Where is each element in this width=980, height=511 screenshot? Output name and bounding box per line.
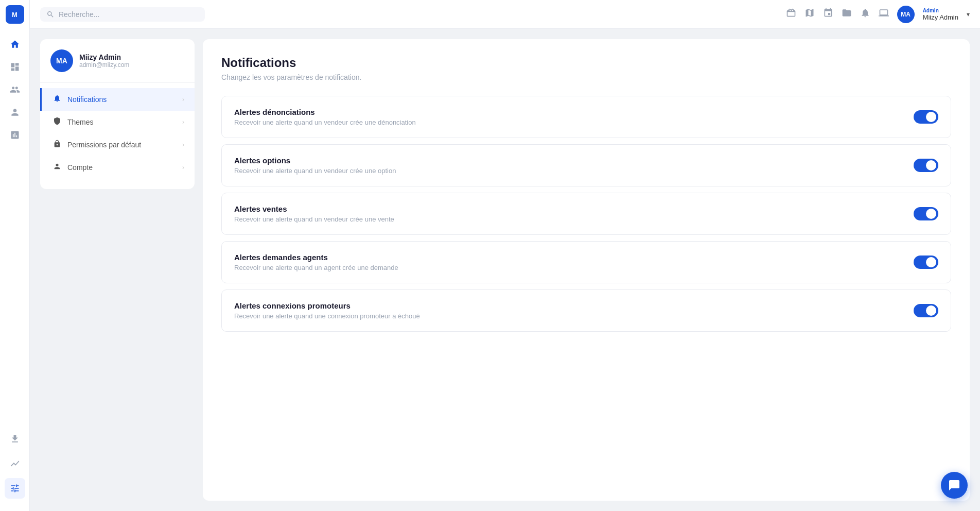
nav-item-notifications[interactable]: Notifications ›: [40, 88, 195, 111]
nav-themes-label: Themes: [67, 118, 177, 126]
page-title: Notifications: [221, 56, 951, 70]
toggle-options[interactable]: [914, 159, 938, 172]
topbar-map-icon[interactable]: [804, 8, 815, 21]
notif-text-ventes: Alertes ventes Recevoir une alerte quand…: [234, 205, 394, 223]
sidebar-icon-download[interactable]: [5, 429, 25, 449]
content-area: MA Miizy Admin admin@miizy.com Notificat…: [30, 29, 980, 511]
notification-card-options: Alertes options Recevoir une alerte quan…: [221, 144, 951, 186]
notif-title-ventes: Alertes ventes: [234, 205, 394, 213]
sidebar-icon-home[interactable]: [5, 34, 25, 55]
notification-card-ventes: Alertes ventes Recevoir une alerte quand…: [221, 193, 951, 235]
nav-menu: Notifications › Themes › Permissions par…: [40, 88, 195, 179]
notif-title-connexions-promoteurs: Alertes connexions promoteurs: [234, 301, 420, 310]
person-icon: [52, 162, 62, 173]
lock-icon: [52, 140, 62, 150]
notif-text-demandes-agents: Alertes demandes agents Recevoir une ale…: [234, 253, 398, 271]
notif-text-denonciations: Alertes dénonciations Recevoir une alert…: [234, 108, 416, 126]
topbar-monitor-icon[interactable]: [879, 8, 889, 21]
toggle-connexions-promoteurs[interactable]: [914, 304, 938, 317]
topbar-briefcase-icon[interactable]: [786, 8, 796, 21]
nav-chevron-icon-4: ›: [182, 164, 184, 171]
notif-title-demandes-agents: Alertes demandes agents: [234, 253, 398, 262]
topbar-folder-icon[interactable]: [842, 8, 852, 21]
app-logo[interactable]: M: [6, 5, 24, 24]
nav-chevron-icon: ›: [182, 96, 184, 103]
nav-chevron-icon-3: ›: [182, 141, 184, 148]
notif-desc-demandes-agents: Recevoir une alerte quand un agent crée …: [234, 264, 398, 271]
nav-chevron-icon-2: ›: [182, 118, 184, 126]
search-box[interactable]: Recherche...: [40, 7, 205, 22]
topbar-calendar-icon[interactable]: [823, 8, 833, 21]
notif-desc-denonciations: Recevoir une alerte quand un vendeur cré…: [234, 118, 416, 126]
notification-card-connexions-promoteurs: Alertes connexions promoteurs Recevoir u…: [221, 289, 951, 332]
notification-card-demandes-agents: Alertes demandes agents Recevoir une ale…: [221, 241, 951, 283]
sidebar-icon-dashboard[interactable]: [5, 57, 25, 77]
sidebar-icon-analytics[interactable]: [5, 125, 25, 145]
notif-desc-options: Recevoir une alerte quand un vendeur cré…: [234, 167, 396, 175]
sidebar-icon-activity[interactable]: [5, 453, 25, 474]
notification-card-denonciations: Alertes dénonciations Recevoir une alert…: [221, 96, 951, 138]
topbar-user-info: Admin Miizy Admin: [923, 8, 958, 21]
toggle-demandes-agents[interactable]: [914, 256, 938, 269]
nav-item-permissions[interactable]: Permissions par défaut ›: [40, 133, 195, 156]
search-placeholder: Recherche...: [59, 10, 99, 19]
topbar-chevron-icon[interactable]: ▾: [967, 11, 970, 18]
sidebar-icon-person[interactable]: [5, 102, 25, 123]
notif-text-options: Alertes options Recevoir une alerte quan…: [234, 156, 396, 175]
notif-desc-connexions-promoteurs: Recevoir une alerte quand une connexion …: [234, 312, 420, 320]
user-profile: MA Miizy Admin admin@miizy.com: [40, 49, 195, 83]
nav-item-compte[interactable]: Compte ›: [40, 156, 195, 179]
notif-text-connexions-promoteurs: Alertes connexions promoteurs Recevoir u…: [234, 301, 420, 320]
sidebar-icon-settings[interactable]: [5, 478, 25, 499]
nav-item-themes[interactable]: Themes ›: [40, 111, 195, 133]
sidebar: M: [0, 0, 30, 511]
notif-title-denonciations: Alertes dénonciations: [234, 108, 416, 116]
right-content: Notifications Changez les vos paramètres…: [203, 39, 970, 501]
topbar-bell-icon[interactable]: [860, 8, 870, 21]
themes-icon: [52, 117, 62, 127]
sidebar-icon-users[interactable]: [5, 79, 25, 100]
toggle-denonciations[interactable]: [914, 110, 938, 124]
topbar-icons: MA Admin Miizy Admin ▾: [786, 6, 970, 23]
topbar: Recherche... MA Admin M: [30, 0, 980, 29]
chat-fab-button[interactable]: [941, 472, 968, 499]
profile-email: admin@miizy.com: [79, 61, 129, 69]
main-wrapper: Recherche... MA Admin M: [30, 0, 980, 511]
notif-desc-ventes: Recevoir une alerte quand un vendeur cré…: [234, 215, 394, 223]
profile-info: Miizy Admin admin@miizy.com: [79, 53, 129, 69]
toggle-ventes[interactable]: [914, 207, 938, 220]
profile-name: Miizy Admin: [79, 53, 129, 61]
bell-icon: [52, 94, 62, 105]
page-subtitle: Changez les vos paramètres de notificati…: [221, 73, 951, 81]
notifications-list: Alertes dénonciations Recevoir une alert…: [221, 96, 951, 332]
nav-permissions-label: Permissions par défaut: [67, 141, 177, 149]
nav-notifications-label: Notifications: [67, 95, 177, 104]
profile-avatar: MA: [50, 49, 73, 72]
nav-compte-label: Compte: [67, 163, 177, 172]
topbar-avatar: MA: [897, 6, 915, 23]
notif-title-options: Alertes options: [234, 156, 396, 165]
left-panel: MA Miizy Admin admin@miizy.com Notificat…: [40, 39, 195, 189]
